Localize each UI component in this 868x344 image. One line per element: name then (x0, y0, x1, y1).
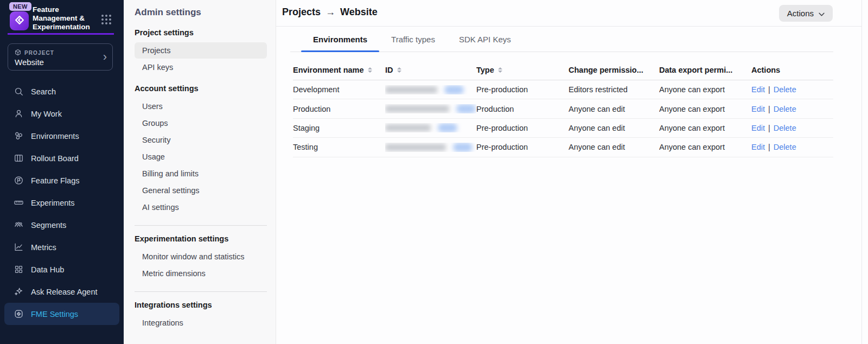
sort-icon[interactable] (368, 67, 372, 73)
change-permissions-cell: Anyone can edit (569, 143, 659, 151)
admin-section-heading-integrations-settings: Integrations settings (135, 301, 267, 309)
sidebar-item-feature-flags[interactable]: Feature Flags (4, 169, 119, 192)
table-row-testing: TestingPre-productionAnyone can editAnyo… (293, 138, 833, 157)
edit-link[interactable]: Edit (751, 143, 765, 151)
admin-nav-usage[interactable]: Usage (135, 149, 267, 165)
sidebar-item-ask-release-agent[interactable]: Ask Release Agent (4, 281, 119, 303)
edit-link[interactable]: Edit (751, 105, 765, 113)
tab-traffic-types[interactable]: Traffic types (379, 27, 447, 52)
sidebar-item-fme-settings[interactable]: FME Settings (4, 303, 119, 325)
column-label: Actions (751, 66, 780, 74)
column-label: Environment name (293, 66, 364, 74)
sidebar-item-label: Segments (31, 221, 66, 230)
redacted-id (385, 124, 431, 131)
actions-cell: Edit|Delete (751, 143, 833, 151)
sidebar-item-my-work[interactable]: My Work (4, 103, 119, 125)
grid-icon (13, 264, 24, 275)
new-badge: NEW (9, 2, 31, 11)
action-separator: | (768, 105, 770, 113)
type-cell: Pre-production (476, 124, 569, 132)
delete-link[interactable]: Delete (774, 85, 796, 94)
redacted-copy-chip[interactable] (444, 85, 464, 94)
edit-link[interactable]: Edit (751, 124, 765, 132)
data-export-cell: Anyone can export (659, 143, 751, 151)
sidebar-item-experiments[interactable]: Experiments (4, 192, 119, 214)
redacted-copy-chip[interactable] (453, 143, 473, 152)
brand-accent-bar (8, 33, 114, 35)
table-body: DevelopmentPre-productionEditors restric… (293, 80, 833, 157)
column-label: Type (476, 66, 494, 74)
data-export-cell: Anyone can export (659, 124, 751, 132)
main-content: Projects → Website Actions EnvironmentsT… (276, 0, 868, 344)
admin-nav-monitor-window-and-statistics[interactable]: Monitor window and statistics (135, 249, 267, 265)
sidebar-item-environments[interactable]: Environments (4, 125, 119, 147)
edit-link[interactable]: Edit (751, 85, 765, 94)
sparkles-icon (13, 286, 24, 297)
product-name: Feature Management & Experimentation (33, 5, 99, 31)
sidebar-item-search[interactable]: Search (4, 80, 119, 103)
admin-nav-metric-dimensions[interactable]: Metric dimensions (135, 265, 267, 282)
admin-nav-groups[interactable]: Groups (135, 115, 267, 131)
type-cell: Production (476, 105, 569, 113)
chevron-right-icon: › (103, 50, 107, 64)
sidebar-item-label: Feature Flags (31, 176, 79, 185)
admin-nav-integrations[interactable]: Integrations (135, 315, 267, 331)
admin-settings-title: Admin settings (135, 7, 267, 18)
type-cell: Pre-production (476, 85, 569, 94)
project-label-text: PROJECT (24, 50, 54, 56)
sidebar-item-label: Rollout Board (31, 154, 79, 163)
change-permissions-cell: Editors restricted (569, 85, 659, 94)
sidebar-item-label: Environments (31, 132, 79, 141)
sidebar-item-label: Experiments (31, 199, 75, 207)
sidebar-item-metrics[interactable]: Metrics (4, 236, 119, 258)
admin-nav-api-keys[interactable]: API keys (135, 59, 267, 75)
column-header-environment-name: Environment name (293, 66, 385, 74)
project-name: Website (15, 58, 44, 67)
environment-id-cell (385, 143, 476, 152)
admin-nav-users[interactable]: Users (135, 98, 267, 114)
redacted-copy-chip[interactable] (456, 104, 476, 113)
environment-name-cell: Production (293, 105, 385, 113)
sidebar-item-segments[interactable]: Segments (4, 214, 119, 236)
redacted-id (385, 86, 437, 93)
redacted-id (385, 105, 449, 112)
tab-sdk-api-keys[interactable]: SDK API Keys (447, 27, 523, 52)
data-export-cell: Anyone can export (659, 105, 751, 113)
sidebar-item-data-hub[interactable]: Data Hub (4, 258, 119, 281)
column-label: Data export permi... (659, 66, 732, 74)
sidebar-item-label: FME Settings (31, 310, 78, 318)
delete-link[interactable]: Delete (774, 124, 796, 132)
admin-nav-ai-settings[interactable]: AI settings (135, 199, 267, 215)
admin-nav-security[interactable]: Security (135, 132, 267, 148)
product-logo (10, 11, 29, 30)
tab-environments[interactable]: Environments (301, 27, 379, 52)
chevron-down-icon (819, 9, 825, 18)
actions-button[interactable]: Actions (779, 5, 833, 22)
column-header-data-export-permi: Data export permi... (659, 66, 751, 74)
section-divider (135, 291, 267, 292)
admin-settings-nav: Project settingsProjectsAPI keysAccount … (135, 28, 267, 331)
project-label: PROJECT (15, 49, 54, 56)
column-label: Change permissio... (569, 66, 643, 74)
app-switcher-icon[interactable] (101, 15, 111, 24)
column-header-id: ID (385, 66, 476, 74)
environment-name-cell: Development (293, 85, 385, 94)
split-logo-icon (14, 14, 25, 28)
breadcrumb-parent[interactable]: Projects (282, 7, 321, 18)
people-icon (13, 220, 24, 230)
admin-nav-general-settings[interactable]: General settings (135, 182, 267, 199)
actions-button-label: Actions (787, 9, 814, 18)
delete-link[interactable]: Delete (774, 143, 796, 151)
sidebar-item-rollout-board[interactable]: Rollout Board (4, 147, 119, 169)
delete-link[interactable]: Delete (774, 105, 796, 113)
admin-section-heading-project-settings: Project settings (135, 28, 267, 37)
admin-nav-billing-and-limits[interactable]: Billing and limits (135, 165, 267, 182)
admin-settings-sidebar: Admin settings Project settingsProjectsA… (124, 0, 276, 344)
column-header-change-permissio: Change permissio... (569, 66, 659, 74)
project-selector[interactable]: PROJECT Website › (8, 43, 113, 71)
scrollbar-track[interactable] (861, 0, 868, 344)
redacted-copy-chip[interactable] (438, 123, 457, 132)
admin-nav-projects[interactable]: Projects (135, 42, 267, 59)
sort-icon[interactable] (498, 67, 502, 73)
sort-icon[interactable] (397, 67, 401, 73)
